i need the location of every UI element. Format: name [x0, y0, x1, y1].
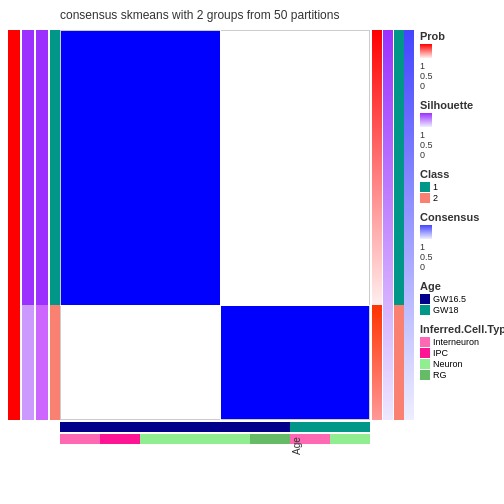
- legend-class-swatch-2: [420, 193, 430, 203]
- legend-ict-swatch-4: [420, 370, 430, 380]
- legend-consensus: Consensus 1 0.5 0: [420, 211, 504, 272]
- legend-class-label-1: 1: [433, 182, 438, 192]
- rightbar-prob: [372, 30, 382, 420]
- legend-ict-label-2: IPC: [433, 348, 448, 358]
- legend-age: Age GW16.5 GW18: [420, 280, 504, 315]
- heatmap-block-br: [220, 305, 370, 420]
- legend-ict-title: Inferred.Cell.Type: [420, 323, 504, 335]
- left-axis-labels: p1 p2 Silhouette Class: [0, 30, 60, 420]
- legend-prob-mid: 0.5: [420, 71, 433, 81]
- legend-class-item-1: 1: [420, 182, 504, 192]
- legend-cons-mid: 0.5: [420, 252, 433, 262]
- legend-ict-item-3: Neuron: [420, 359, 504, 369]
- legend-age-swatch-2: [420, 305, 430, 315]
- svg-rect-28: [420, 44, 432, 58]
- rightbar-class-right: [394, 30, 404, 420]
- legend-prob-min: 0: [420, 81, 425, 91]
- rightbar-silhouette-right: [383, 30, 393, 420]
- heatmap-block-tr: [220, 30, 370, 305]
- svg-rect-29: [420, 113, 432, 127]
- svg-text:Age: Age: [291, 437, 302, 455]
- bottom-axis-labels: Age Inferred.Cell.Type: [60, 420, 370, 504]
- legend-ict-item-2: IPC: [420, 348, 504, 358]
- legend-cons-max: 1: [420, 242, 425, 252]
- svg-rect-30: [420, 225, 432, 239]
- divider-horizontal: [60, 305, 370, 306]
- chart-title: consensus skmeans with 2 groups from 50 …: [60, 8, 339, 22]
- legend-class-item-2: 2: [420, 193, 504, 203]
- svg-rect-10: [383, 30, 393, 420]
- chart-container: consensus skmeans with 2 groups from 50 …: [0, 0, 504, 504]
- legend-cons-min: 0: [420, 262, 425, 272]
- svg-rect-13: [404, 30, 414, 420]
- legend-age-swatch-1: [420, 294, 430, 304]
- heatmap-block-bl: [60, 305, 220, 420]
- svg-rect-9: [372, 305, 382, 420]
- legend-silhouette: Silhouette 1 0.5 0: [420, 99, 504, 160]
- legend-age-item-2: GW18: [420, 305, 504, 315]
- legend-age-item-1: GW16.5: [420, 294, 504, 304]
- legend-ict-item-4: RG: [420, 370, 504, 380]
- legend-ict: Inferred.Cell.Type Interneuron IPC Neuro…: [420, 323, 504, 380]
- legend-ict-label-4: RG: [433, 370, 447, 380]
- legend-class-swatch-1: [420, 182, 430, 192]
- divider-vertical: [220, 30, 221, 420]
- legend-age-label-1: GW16.5: [433, 294, 466, 304]
- legend-ict-label-3: Neuron: [433, 359, 463, 369]
- legend-ict-item-1: Interneuron: [420, 337, 504, 347]
- legend-prob-title: Prob: [420, 30, 504, 42]
- legend-sil-min: 0: [420, 150, 425, 160]
- rightbar-consensus-right: [404, 30, 414, 420]
- svg-rect-11: [394, 30, 404, 305]
- svg-rect-8: [372, 30, 382, 305]
- legend-sil-max: 1: [420, 130, 425, 140]
- legend-ict-label-1: Interneuron: [433, 337, 479, 347]
- legend-consensus-title: Consensus: [420, 211, 504, 223]
- legend-ict-swatch-1: [420, 337, 430, 347]
- legend-class-title: Class: [420, 168, 504, 180]
- legend-age-label-2: GW18: [433, 305, 459, 315]
- legend-prob-max: 1: [420, 61, 425, 71]
- legend-ict-swatch-2: [420, 348, 430, 358]
- legend-class-label-2: 2: [433, 193, 438, 203]
- legend-age-title: Age: [420, 280, 504, 292]
- legend: Prob 1 0.5 0 Silhouette: [420, 30, 504, 388]
- legend-class: Class 1 2: [420, 168, 504, 203]
- legend-ict-swatch-3: [420, 359, 430, 369]
- legend-silhouette-title: Silhouette: [420, 99, 504, 111]
- legend-prob: Prob 1 0.5 0: [420, 30, 504, 91]
- svg-rect-12: [394, 305, 404, 420]
- legend-sil-mid: 0.5: [420, 140, 433, 150]
